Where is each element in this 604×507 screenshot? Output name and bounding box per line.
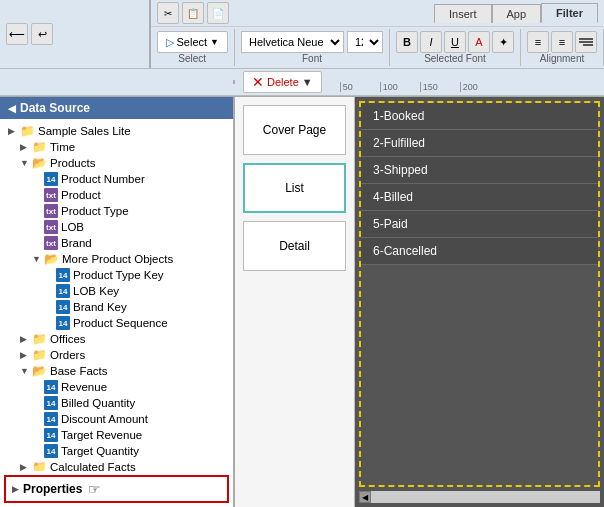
align-left-button[interactable]: ≡ <box>527 31 549 53</box>
tab-app[interactable]: App <box>492 4 542 23</box>
data-row-4-billed[interactable]: 4-Billed <box>361 184 598 211</box>
data-row-5-paid[interactable]: 5-Paid <box>361 211 598 238</box>
folder-icon-base-facts: 📂 <box>32 364 47 378</box>
field-icon-lob: txt <box>44 220 58 234</box>
tree-item-sample[interactable]: ▶ 📁 Sample Sales Lite <box>0 123 233 139</box>
tree-item-target-quantity[interactable]: 14 Target Quantity <box>0 443 233 459</box>
label-more-product-objects: More Product Objects <box>62 253 173 265</box>
data-row-1-booked[interactable]: 1-Booked <box>361 103 598 130</box>
tree-item-product-type[interactable]: txt Product Type <box>0 203 233 219</box>
underline-button[interactable]: U <box>444 31 466 53</box>
data-container: 1-Booked 2-Fulfilled 3-Shipped 4-Billed <box>359 101 600 487</box>
data-row-3-shipped-label: 3-Shipped <box>373 163 428 177</box>
align-center-button[interactable]: ≡ <box>551 31 573 53</box>
folder-icon-sample: 📁 <box>20 124 35 138</box>
tree-item-orders[interactable]: ▶ 📁 Orders <box>0 347 233 363</box>
label-product-type-key: Product Type Key <box>73 269 164 281</box>
label-product: Product <box>61 189 101 201</box>
tree-item-product-type-key[interactable]: 14 Product Type Key <box>0 267 233 283</box>
folder-icon-products: 📂 <box>32 156 47 170</box>
data-source-tree[interactable]: ▶ 📁 Sample Sales Lite ▶ 📁 Time ▼ 📂 Produ… <box>0 119 233 471</box>
panel-title: Data Source <box>20 101 90 115</box>
highlight-button[interactable]: ✦ <box>492 31 514 53</box>
data-row-5-paid-label: 5-Paid <box>373 217 408 231</box>
italic-button[interactable]: I <box>420 31 442 53</box>
tree-item-brand-key[interactable]: 14 Brand Key <box>0 299 233 315</box>
label-products: Products <box>50 157 95 169</box>
tree-item-product-number[interactable]: 14 Product Number <box>0 171 233 187</box>
ruler: 50 100 150 200 <box>330 72 500 92</box>
ruler-mark-100: 100 <box>380 82 420 92</box>
ruler-mark-150: 150 <box>420 82 460 92</box>
folder-icon-orders: 📁 <box>32 348 47 362</box>
tree-item-time[interactable]: ▶ 📁 Time <box>0 139 233 155</box>
ruler-mark-50: 50 <box>340 82 380 92</box>
data-row-2-fulfilled-label: 2-Fulfilled <box>373 136 425 150</box>
toolbar-icon-1[interactable]: ⟵ <box>6 23 28 45</box>
color-button[interactable]: A <box>468 31 490 53</box>
properties-arrow: ▶ <box>12 484 19 494</box>
toolbar-icon-2[interactable]: ↩ <box>31 23 53 45</box>
data-row-2-fulfilled[interactable]: 2-Fulfilled <box>361 130 598 157</box>
cursor-hand-icon: ☞ <box>88 481 101 497</box>
tree-item-lob[interactable]: txt LOB <box>0 219 233 235</box>
field-icon-billed-quantity: 14 <box>44 396 58 410</box>
tree-item-target-revenue[interactable]: 14 Target Revenue <box>0 427 233 443</box>
main-area: ◀ Data Source ▶ 📁 Sample Sales Lite ▶ 📁 … <box>0 97 604 507</box>
tree-item-base-facts[interactable]: ▼ 📂 Base Facts <box>0 363 233 379</box>
field-icon-brand: txt <box>44 236 58 250</box>
field-icon-lob-key: 14 <box>56 284 70 298</box>
label-offices: Offices <box>50 333 86 345</box>
tree-item-product-sequence[interactable]: 14 Product Sequence <box>0 315 233 331</box>
properties-panel[interactable]: ▶ Properties ☞ <box>4 475 229 503</box>
tree-item-revenue[interactable]: 14 Revenue <box>0 379 233 395</box>
tree-item-product[interactable]: txt Product <box>0 187 233 203</box>
font-size-select[interactable]: 12pt <box>347 31 383 53</box>
label-time: Time <box>50 141 75 153</box>
tree-item-discount-amount[interactable]: 14 Discount Amount <box>0 411 233 427</box>
bold-button[interactable]: B <box>396 31 418 53</box>
field-icon-discount-amount: 14 <box>44 412 58 426</box>
alignment-label: Alignment <box>527 53 597 64</box>
tree-item-lob-key[interactable]: 14 LOB Key <box>0 283 233 299</box>
section-cover-page[interactable]: Cover Page <box>243 105 346 155</box>
data-row-4-billed-label: 4-Billed <box>373 190 413 204</box>
right-panel: Cover Page List Detail 1-Booked <box>235 97 604 507</box>
toolbar-small-icon-3[interactable]: 📄 <box>207 2 229 24</box>
field-icon-product-type-key: 14 <box>56 268 70 282</box>
sections-panel: Cover Page List Detail <box>235 97 355 507</box>
label-orders: Orders <box>50 349 85 361</box>
font-select[interactable]: Helvetica Neue <box>241 31 344 53</box>
horizontal-scrollbar[interactable]: ◀ <box>359 491 600 503</box>
label-product-type: Product Type <box>61 205 129 217</box>
tree-item-brand[interactable]: txt Brand <box>0 235 233 251</box>
section-list-label: List <box>285 181 304 195</box>
delete-button[interactable]: ✕ Delete ▼ <box>243 71 322 93</box>
field-icon-target-revenue: 14 <box>44 428 58 442</box>
scroll-left-btn[interactable]: ◀ <box>359 491 371 503</box>
select-button[interactable]: ▷ Select ▼ <box>157 31 229 53</box>
tree-item-products[interactable]: ▼ 📂 Products <box>0 155 233 171</box>
toolbar-small-icon-1[interactable]: ✂ <box>157 2 179 24</box>
data-row-6-cancelled[interactable]: 6-Cancelled <box>361 238 598 265</box>
label-target-revenue: Target Revenue <box>61 429 142 441</box>
data-area: 1-Booked 2-Fulfilled 3-Shipped 4-Billed <box>355 97 604 507</box>
section-list[interactable]: List <box>243 163 346 213</box>
label-lob: LOB <box>61 221 84 233</box>
tree-item-more-product-objects[interactable]: ▼ 📂 More Product Objects <box>0 251 233 267</box>
field-icon-product-number: 14 <box>44 172 58 186</box>
section-detail[interactable]: Detail <box>243 221 346 271</box>
data-row-3-shipped[interactable]: 3-Shipped <box>361 157 598 184</box>
tab-filter[interactable]: Filter <box>541 3 598 23</box>
tree-item-offices[interactable]: ▶ 📁 Offices <box>0 331 233 347</box>
tab-insert[interactable]: Insert <box>434 4 492 23</box>
arrow-products: ▼ <box>20 158 32 168</box>
label-base-facts: Base Facts <box>50 365 108 377</box>
toolbar-small-icon-2[interactable]: 📋 <box>182 2 204 24</box>
data-list: 1-Booked 2-Fulfilled 3-Shipped 4-Billed <box>361 103 598 485</box>
panel-arrow: ◀ <box>8 103 16 114</box>
left-panel: ◀ Data Source ▶ 📁 Sample Sales Lite ▶ 📁 … <box>0 97 235 507</box>
align-right-button[interactable] <box>575 31 597 53</box>
tree-item-billed-quantity[interactable]: 14 Billed Quantity <box>0 395 233 411</box>
tree-item-calculated-facts[interactable]: ▶ 📁 Calculated Facts <box>0 459 233 471</box>
